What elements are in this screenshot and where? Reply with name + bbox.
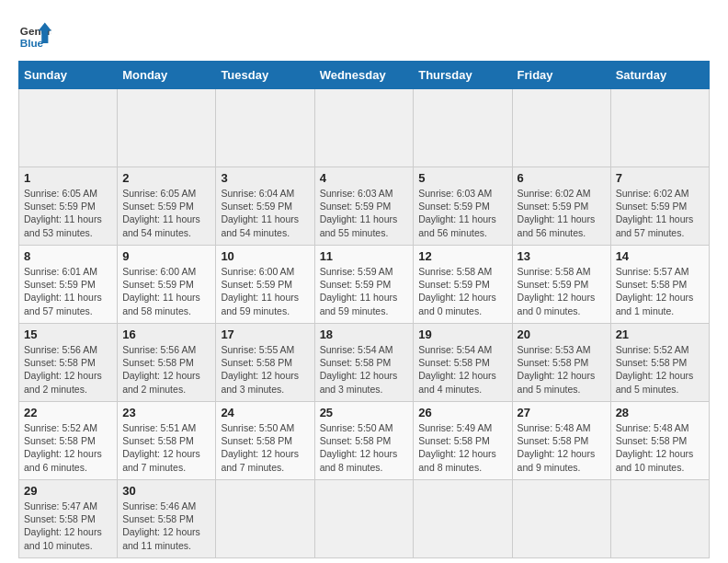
calendar-cell [216,89,314,167]
calendar-cell: 28Sunrise: 5:48 AMSunset: 5:58 PMDayligh… [610,402,709,480]
day-number: 21 [616,327,704,341]
weekday-monday: Monday [118,62,216,89]
day-number: 8 [24,249,112,263]
day-number: 5 [418,171,506,185]
day-number: 7 [616,171,704,185]
day-info: Sunrise: 5:49 AMSunset: 5:58 PMDaylight:… [418,421,506,474]
calendar-cell [414,89,512,167]
day-info: Sunrise: 5:46 AMSunset: 5:58 PMDaylight:… [122,500,210,552]
day-number: 10 [221,249,309,263]
weekday-saturday: Saturday [610,62,709,89]
day-info: Sunrise: 5:48 AMSunset: 5:58 PMDaylight:… [616,421,704,474]
calendar-cell: 17Sunrise: 5:55 AMSunset: 5:58 PMDayligh… [216,324,314,402]
calendar-week-row: 29Sunrise: 5:47 AMSunset: 5:58 PMDayligh… [19,480,710,558]
day-info: Sunrise: 6:02 AMSunset: 5:59 PMDaylight:… [616,187,704,239]
day-number: 17 [221,327,309,341]
weekday-sunday: Sunday [19,62,118,89]
day-number: 13 [518,249,606,263]
day-number: 2 [122,171,210,185]
day-info: Sunrise: 6:00 AMSunset: 5:59 PMDaylight:… [221,265,309,317]
day-info: Sunrise: 6:04 AMSunset: 5:59 PMDaylight:… [221,187,309,239]
day-info: Sunrise: 5:50 AMSunset: 5:58 PMDaylight:… [221,421,309,474]
calendar-cell [512,480,610,558]
calendar-cell [314,480,414,558]
calendar-cell: 21Sunrise: 5:52 AMSunset: 5:58 PMDayligh… [610,324,709,402]
day-number: 12 [418,249,506,263]
calendar-cell: 18Sunrise: 5:54 AMSunset: 5:58 PMDayligh… [314,324,414,402]
calendar-cell: 29Sunrise: 5:47 AMSunset: 5:58 PMDayligh… [19,480,118,558]
day-info: Sunrise: 5:47 AMSunset: 5:58 PMDaylight:… [24,500,112,552]
day-info: Sunrise: 5:58 AMSunset: 5:59 PMDaylight:… [518,265,606,317]
day-number: 1 [24,171,112,185]
logo: General Blue [18,18,55,52]
calendar-cell [314,89,414,167]
svg-text:Blue: Blue [20,37,44,49]
day-info: Sunrise: 5:53 AMSunset: 5:58 PMDaylight:… [518,343,606,396]
day-number: 25 [320,406,409,419]
calendar-cell: 8Sunrise: 6:01 AMSunset: 5:59 PMDaylight… [19,246,118,324]
day-number: 30 [122,484,210,498]
day-number: 22 [24,406,112,419]
day-info: Sunrise: 5:51 AMSunset: 5:58 PMDaylight:… [122,421,210,474]
calendar-cell [19,89,118,167]
calendar-cell: 5Sunrise: 6:03 AMSunset: 5:59 PMDaylight… [414,167,512,246]
day-info: Sunrise: 6:00 AMSunset: 5:59 PMDaylight:… [122,265,210,317]
calendar-cell: 24Sunrise: 5:50 AMSunset: 5:58 PMDayligh… [216,402,314,480]
day-number: 18 [320,327,409,341]
day-info: Sunrise: 5:59 AMSunset: 5:59 PMDaylight:… [320,265,409,317]
calendar-cell: 7Sunrise: 6:02 AMSunset: 5:59 PMDaylight… [610,167,709,246]
day-number: 29 [24,484,112,498]
calendar-cell: 2Sunrise: 6:05 AMSunset: 5:59 PMDaylight… [118,167,216,246]
calendar-body: 1Sunrise: 6:05 AMSunset: 5:59 PMDaylight… [19,89,710,558]
day-number: 20 [518,327,606,341]
calendar-cell: 11Sunrise: 5:59 AMSunset: 5:59 PMDayligh… [314,246,414,324]
calendar-cell: 27Sunrise: 5:48 AMSunset: 5:58 PMDayligh… [512,402,610,480]
calendar-cell [118,89,216,167]
calendar-cell [414,480,512,558]
calendar-cell: 23Sunrise: 5:51 AMSunset: 5:58 PMDayligh… [118,402,216,480]
calendar-cell [216,480,314,558]
calendar-cell: 19Sunrise: 5:54 AMSunset: 5:58 PMDayligh… [414,324,512,402]
day-info: Sunrise: 6:05 AMSunset: 5:59 PMDaylight:… [122,187,210,239]
calendar-cell: 13Sunrise: 5:58 AMSunset: 5:59 PMDayligh… [512,246,610,324]
day-info: Sunrise: 5:56 AMSunset: 5:58 PMDaylight:… [24,343,112,396]
day-info: Sunrise: 6:03 AMSunset: 5:59 PMDaylight:… [418,187,506,239]
weekday-thursday: Thursday [414,62,512,89]
calendar-cell: 12Sunrise: 5:58 AMSunset: 5:59 PMDayligh… [414,246,512,324]
calendar-week-row: 15Sunrise: 5:56 AMSunset: 5:58 PMDayligh… [19,324,710,402]
day-info: Sunrise: 6:02 AMSunset: 5:59 PMDaylight:… [518,187,606,239]
calendar-cell [610,89,709,167]
day-number: 11 [320,249,409,263]
calendar-week-row: 22Sunrise: 5:52 AMSunset: 5:58 PMDayligh… [19,402,710,480]
day-number: 15 [24,327,112,341]
weekday-wednesday: Wednesday [314,62,414,89]
day-number: 14 [616,249,704,263]
calendar-cell: 14Sunrise: 5:57 AMSunset: 5:58 PMDayligh… [610,246,709,324]
calendar-cell: 26Sunrise: 5:49 AMSunset: 5:58 PMDayligh… [414,402,512,480]
day-number: 26 [418,406,506,419]
day-info: Sunrise: 5:54 AMSunset: 5:58 PMDaylight:… [320,343,409,396]
day-info: Sunrise: 6:03 AMSunset: 5:59 PMDaylight:… [320,187,409,239]
logo-icon: General Blue [18,18,51,52]
calendar-cell [512,89,610,167]
day-info: Sunrise: 5:55 AMSunset: 5:58 PMDaylight:… [221,343,309,396]
day-info: Sunrise: 5:52 AMSunset: 5:58 PMDaylight:… [24,421,112,474]
day-info: Sunrise: 6:01 AMSunset: 5:59 PMDaylight:… [24,265,112,317]
weekday-tuesday: Tuesday [216,62,314,89]
day-number: 24 [221,406,309,419]
calendar-cell: 3Sunrise: 6:04 AMSunset: 5:59 PMDaylight… [216,167,314,246]
calendar-week-row: 8Sunrise: 6:01 AMSunset: 5:59 PMDaylight… [19,246,710,324]
day-number: 16 [122,327,210,341]
day-number: 27 [518,406,606,419]
day-number: 23 [122,406,210,419]
calendar-cell: 15Sunrise: 5:56 AMSunset: 5:58 PMDayligh… [19,324,118,402]
calendar-week-row: 1Sunrise: 6:05 AMSunset: 5:59 PMDaylight… [19,167,710,246]
calendar-cell: 1Sunrise: 6:05 AMSunset: 5:59 PMDaylight… [19,167,118,246]
day-number: 9 [122,249,210,263]
day-info: Sunrise: 5:56 AMSunset: 5:58 PMDaylight:… [122,343,210,396]
page-header: General Blue [18,18,710,52]
day-number: 3 [221,171,309,185]
day-info: Sunrise: 5:48 AMSunset: 5:58 PMDaylight:… [518,421,606,474]
weekday-friday: Friday [512,62,610,89]
calendar-cell: 22Sunrise: 5:52 AMSunset: 5:58 PMDayligh… [19,402,118,480]
